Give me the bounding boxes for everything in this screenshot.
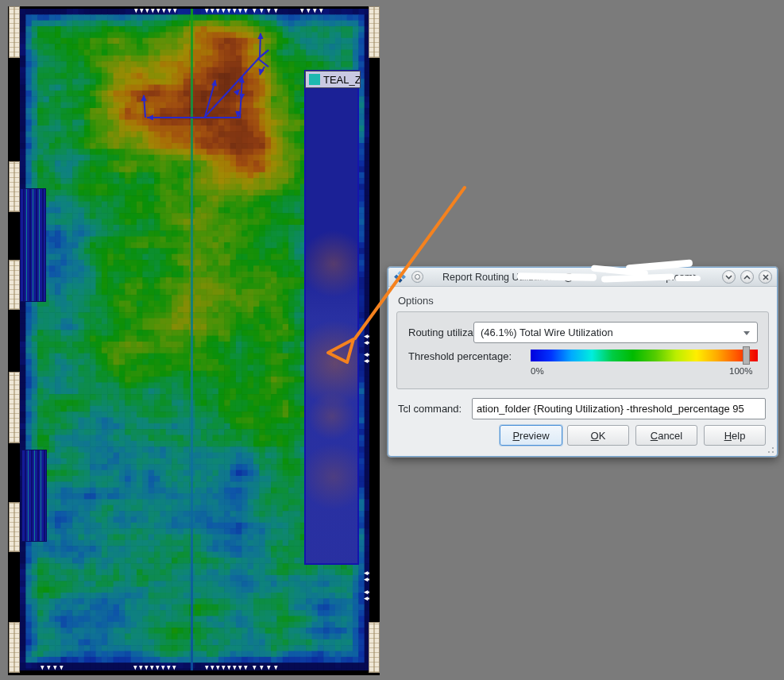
tealz-congestion-haze bbox=[306, 71, 357, 563]
chevron-down-icon bbox=[725, 275, 732, 280]
tcl-command-label: Tcl command: bbox=[398, 398, 462, 419]
memory-macro-block[interactable] bbox=[20, 188, 46, 302]
io-pad bbox=[9, 372, 20, 443]
ok-button[interactable]: OK bbox=[567, 425, 629, 446]
report-routing-utilization-dialog: Report Routing Utilization <@p.com> Opti… bbox=[388, 267, 778, 457]
threshold-min-label: 0% bbox=[531, 366, 544, 376]
dialog-titlebar[interactable]: Report Routing Utilization <@p.com> bbox=[388, 268, 777, 287]
tealz-label-text: TEAL_Z bbox=[323, 74, 361, 86]
dialog-body: Options Routing utilization type: (46.1%… bbox=[388, 287, 777, 456]
resize-grip[interactable] bbox=[764, 443, 774, 453]
close-icon bbox=[763, 274, 769, 280]
screenshot-root: TEAL_Z Report Routing Utilization <@p.co… bbox=[0, 0, 784, 680]
routing-type-select[interactable]: (46.1%) Total Wire Utilization bbox=[473, 322, 758, 343]
cancel-button[interactable]: Cancel bbox=[635, 425, 697, 446]
tealz-module-block[interactable] bbox=[304, 70, 359, 565]
io-pad bbox=[369, 622, 380, 673]
routing-type-value: (46.1%) Total Wire Utilization bbox=[481, 326, 613, 338]
chevron-down-icon bbox=[743, 331, 750, 335]
tealz-label: TEAL_Z bbox=[305, 71, 361, 88]
io-pad bbox=[9, 6, 20, 58]
io-pad bbox=[369, 6, 380, 58]
app-icon bbox=[393, 270, 407, 284]
threshold-slider-handle[interactable] bbox=[743, 346, 750, 365]
options-section-label: Options bbox=[398, 295, 434, 307]
memory-macro-block[interactable] bbox=[21, 450, 47, 542]
io-pad bbox=[9, 260, 20, 310]
preview-button[interactable]: Preview bbox=[500, 425, 562, 446]
io-pad bbox=[9, 622, 20, 673]
io-pad bbox=[9, 502, 20, 552]
close-button[interactable] bbox=[759, 270, 772, 284]
chevron-up-icon bbox=[743, 275, 751, 280]
dialog-title: Report Routing Utilization <@p.com> bbox=[442, 272, 699, 283]
tcl-command-input[interactable] bbox=[472, 398, 766, 419]
center-routing-channel bbox=[191, 9, 193, 670]
maximize-button[interactable] bbox=[740, 270, 754, 284]
options-groupbox: Routing utilization type: (46.1%) Total … bbox=[396, 311, 769, 389]
floorplan-viewport[interactable]: TEAL_Z bbox=[0, 0, 387, 680]
tealz-color-swatch bbox=[309, 74, 320, 85]
help-button[interactable]: Help bbox=[704, 425, 766, 446]
threshold-label: Threshold percentage: bbox=[408, 350, 512, 362]
io-pad bbox=[9, 161, 20, 212]
window-menu-button[interactable] bbox=[411, 271, 423, 283]
minimize-button[interactable] bbox=[722, 270, 736, 284]
threshold-max-label: 100% bbox=[729, 366, 752, 376]
threshold-gradient-slider[interactable] bbox=[531, 350, 758, 361]
